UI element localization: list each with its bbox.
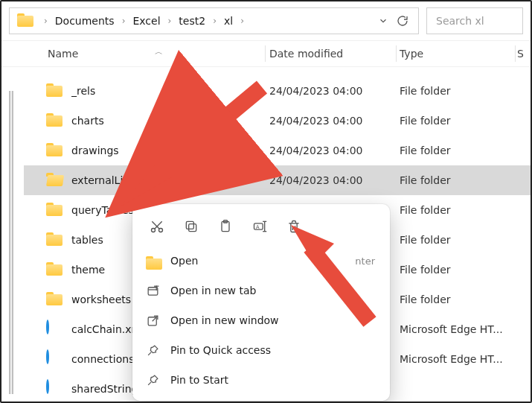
file-type: Microsoft Edge HT... [400, 353, 531, 365]
folder-icon [46, 172, 63, 188]
context-menu: A OpennterOpen in new tabOpen in new win… [132, 204, 390, 401]
context-menu-toolbar: A [138, 210, 384, 246]
file-type: File folder [400, 145, 531, 156]
folder-icon [146, 254, 160, 268]
breadcrumb-item[interactable]: Excel [131, 13, 161, 28]
pin-icon [146, 373, 160, 387]
breadcrumb-item[interactable]: xl [222, 13, 234, 28]
file-name: charts [71, 115, 269, 127]
chevron-right-icon: › [44, 16, 48, 26]
svg-text:A: A [256, 224, 260, 230]
cut-button[interactable] [141, 213, 173, 240]
svg-point-0 [152, 229, 156, 232]
history-dropdown-button[interactable] [374, 11, 393, 31]
column-header-name[interactable]: Name ︿ [48, 48, 269, 60]
folder-icon [46, 232, 63, 248]
folder-icon [46, 202, 63, 218]
file-name: _rels [71, 85, 269, 97]
column-header-type[interactable]: Type [400, 48, 531, 60]
file-type: File folder [400, 115, 531, 127]
svg-point-1 [159, 229, 163, 232]
newwin-icon [146, 314, 160, 328]
file-type: File folder [400, 174, 531, 186]
file-name: externalLinks [71, 174, 269, 186]
copy-button[interactable] [176, 213, 207, 240]
menu-item-label: Open in new tab [170, 285, 256, 296]
chevron-right-icon: › [122, 16, 126, 26]
folder-icon [46, 291, 63, 308]
folder-icon [46, 83, 63, 99]
file-date: 24/04/2023 04:00 [269, 174, 400, 186]
folder-icon [46, 261, 63, 278]
file-row[interactable]: _rels24/04/2023 04:00File folder [24, 76, 531, 106]
location-folder-icon [17, 13, 33, 29]
column-header-date[interactable]: Date modified [269, 48, 400, 60]
menu-item-open[interactable]: Opennter [138, 246, 384, 276]
paste-button[interactable] [210, 213, 241, 240]
delete-button[interactable] [278, 213, 310, 240]
file-row[interactable]: charts24/04/2023 04:00File folder [24, 106, 531, 136]
chevron-right-icon: › [213, 16, 217, 26]
file-type: File folder [400, 85, 531, 97]
menu-item-shortcut: nter [355, 256, 375, 267]
sort-indicator-icon: ︿ [155, 46, 163, 57]
tree-gutter [9, 91, 13, 394]
breadcrumb: › Documents › Excel › test2 › xl › [42, 13, 374, 28]
file-date: 24/04/2023 04:00 [269, 85, 400, 97]
folder-icon [46, 142, 63, 159]
breadcrumb-item[interactable]: test2 [177, 13, 207, 28]
svg-rect-4 [189, 224, 196, 232]
search-input[interactable] [435, 14, 515, 28]
menu-item-label: Open in new window [170, 314, 279, 326]
rename-button[interactable]: A [244, 213, 275, 240]
newtab-icon [146, 284, 160, 298]
file-row[interactable]: drawings24/04/2023 04:00File folder [24, 136, 531, 165]
column-headers: Name ︿ Date modified Type S [1, 40, 531, 67]
svg-line-21 [148, 352, 151, 355]
chevron-right-icon: › [240, 16, 244, 26]
file-type: File folder [400, 204, 531, 216]
menu-item-open-in-new-tab[interactable]: Open in new tab [138, 276, 384, 305]
menu-item-label: Pin to Start [170, 374, 228, 386]
file-type: File folder [400, 293, 531, 305]
file-date: 24/04/2023 04:00 [269, 115, 400, 127]
search-box[interactable] [426, 7, 523, 34]
breadcrumb-item[interactable]: Documents [54, 13, 116, 28]
edge-icon [46, 381, 63, 397]
menu-item-label: Pin to Quick access [170, 344, 271, 356]
column-header-size[interactable]: S [517, 48, 528, 60]
edge-icon [46, 321, 63, 337]
chevron-right-icon: › [168, 16, 172, 26]
file-row[interactable]: externalLinks24/04/2023 04:00File folder [24, 165, 531, 195]
edge-icon [46, 351, 63, 367]
menu-item-label: Open [170, 255, 198, 267]
file-date: 24/04/2023 04:00 [269, 145, 400, 156]
pin-icon [146, 343, 160, 358]
svg-line-22 [148, 381, 151, 384]
address-bar[interactable]: › Documents › Excel › test2 › xl › [9, 7, 419, 34]
file-name: drawings [71, 145, 269, 156]
menu-item-pin-to-start[interactable]: Pin to Start [138, 365, 384, 395]
refresh-button[interactable] [393, 11, 412, 31]
menu-item-open-in-new-window[interactable]: Open in new window [138, 305, 384, 335]
svg-rect-5 [186, 221, 193, 229]
folder-icon [46, 112, 63, 129]
file-type: File folder [400, 264, 531, 276]
file-type: File folder [400, 234, 531, 246]
file-type: Microsoft Edge HT... [400, 323, 531, 335]
menu-item-pin-to-quick-access[interactable]: Pin to Quick access [138, 335, 384, 365]
